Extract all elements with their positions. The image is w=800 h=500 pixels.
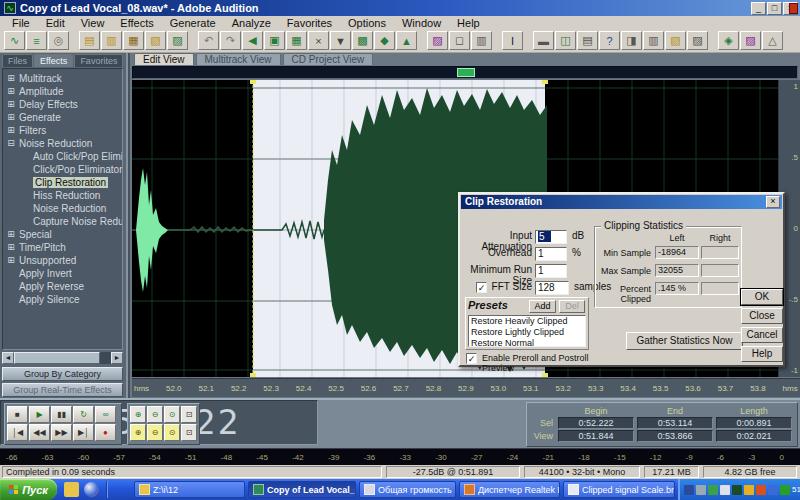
open-file-icon[interactable]: ▥ — [101, 31, 122, 50]
frequency-icon[interactable]: ▤ — [577, 31, 598, 50]
tray-icon[interactable] — [756, 485, 766, 495]
tree-item[interactable]: ⊞ Special — [3, 228, 122, 241]
repeat-icon[interactable]: ◀ — [242, 31, 263, 50]
copy-icon[interactable]: ▣ — [264, 31, 285, 50]
select-icon[interactable]: ▥ — [471, 31, 492, 50]
scroll-left-icon[interactable]: ◄ — [2, 352, 14, 364]
multitrack-view-icon[interactable]: ≡ — [26, 31, 47, 50]
menu-item[interactable]: Analyze — [224, 17, 279, 29]
group-icon[interactable]: ◈ — [718, 31, 739, 50]
preroll-checkbox[interactable]: ✓ — [466, 353, 477, 364]
end-value[interactable]: 0:53.866 — [637, 430, 713, 442]
pause-button[interactable]: ▮▮ — [51, 406, 72, 423]
play-button[interactable]: ▶ — [29, 406, 50, 423]
mix-paste-icon[interactable]: ◆ — [374, 31, 395, 50]
tree-item[interactable]: ⊞ Unsupported — [3, 254, 122, 267]
tree-expand-icon[interactable]: ⊞ — [6, 254, 16, 267]
title-bar[interactable]: ∿ Copy of Lead Vocal_08.wav* - Adobe Aud… — [0, 0, 800, 16]
length-value[interactable]: 0:02.021 — [716, 430, 792, 442]
convert-icon[interactable]: ▲ — [396, 31, 417, 50]
view-tab[interactable]: CD Project View — [283, 53, 374, 65]
taskbar-task-button[interactable]: Общая громкость — [359, 481, 456, 498]
record-button[interactable]: ● — [95, 424, 116, 441]
tree-item[interactable]: Auto Click/Pop Eliminator — [3, 150, 122, 163]
go-to-end-button[interactable]: ▶│ — [73, 424, 94, 441]
stop-button[interactable]: ■ — [7, 406, 28, 423]
overview-scrollbar[interactable] — [132, 66, 798, 79]
tree-item[interactable]: ⊟ Noise Reduction — [3, 137, 122, 150]
fft-size-checkbox[interactable]: ✓ — [476, 282, 487, 293]
menu-item[interactable]: Options — [340, 17, 394, 29]
save-file-icon[interactable]: ▦ — [123, 31, 144, 50]
panel-tab[interactable]: Effects — [34, 54, 73, 67]
dialog-title-bar[interactable]: Clip Restoration — [461, 195, 782, 209]
play-list-icon[interactable]: ▨ — [687, 31, 708, 50]
menu-item[interactable]: File — [4, 17, 38, 29]
tree-item[interactable]: Noise Reduction — [3, 202, 122, 215]
menu-item[interactable]: View — [73, 17, 113, 29]
tray-icon[interactable] — [732, 485, 742, 495]
tree-expand-icon[interactable]: ⊞ — [6, 85, 16, 98]
taskbar-task-button[interactable]: Clipped signal Scale.bmp ... — [563, 481, 675, 498]
tree-item[interactable]: Clip Restoration — [3, 176, 122, 189]
tray-icon[interactable] — [744, 485, 754, 495]
scrollbar-thumb[interactable] — [14, 352, 100, 364]
minimize-button[interactable]: _ — [751, 2, 766, 15]
tree-expand-icon[interactable]: ⊟ — [6, 137, 16, 150]
zoom-in-button[interactable]: ⊕ — [130, 406, 146, 423]
clip-restoration-dialog[interactable]: Clip Restoration × Input Attenuation 5 d… — [458, 192, 785, 367]
trim-icon[interactable]: ▩ — [352, 31, 373, 50]
zoom-out-button[interactable]: ⊖ — [147, 406, 163, 423]
tray-icon[interactable] — [768, 485, 778, 495]
tree-item[interactable]: Capture Noise Reduction Prof — [3, 215, 122, 228]
tray-icon[interactable] — [696, 485, 706, 495]
stats-icon[interactable]: ◨ — [621, 31, 642, 50]
zoom-left-edge-button[interactable]: ⊙ — [164, 424, 180, 441]
new-file-icon[interactable]: ▤ — [79, 31, 100, 50]
view-tab[interactable]: Edit View — [134, 53, 194, 65]
quick-launch-player-icon[interactable] — [84, 482, 99, 497]
time-ruler[interactable]: hms52.052.152.252.352.452.552.652.752.85… — [132, 378, 800, 397]
menu-item[interactable]: Help — [449, 17, 488, 29]
begin-value[interactable]: 0:51.844 — [558, 430, 634, 442]
menu-item[interactable]: Window — [394, 17, 449, 29]
tray-icon[interactable] — [684, 485, 694, 495]
tree-item[interactable]: Hiss Reduction — [3, 189, 122, 202]
tree-expand-icon[interactable]: ⊞ — [6, 72, 16, 85]
taskbar-task-button[interactable]: Copy of Lead Vocal_0... — [248, 481, 356, 498]
waveform-icon[interactable]: ◫ — [555, 31, 576, 50]
cursor-tool-icon[interactable]: I — [502, 31, 523, 50]
scroll-right-icon[interactable]: ► — [111, 352, 123, 364]
tree-item[interactable]: Apply Invert — [3, 267, 122, 280]
overhead-field[interactable]: 1 — [535, 247, 567, 261]
clip-indicator[interactable] — [789, 3, 798, 14]
preset-item[interactable]: Restore Lightly Clipped — [469, 327, 585, 338]
input-attenuation-field[interactable]: 5 — [535, 230, 567, 244]
preset-item[interactable]: Restore Heavily Clipped — [469, 316, 585, 327]
undo-icon[interactable]: ↶ — [198, 31, 219, 50]
overview-position-handle[interactable] — [457, 68, 475, 77]
minimum-run-size-field[interactable]: 1 — [535, 264, 567, 278]
group-real-time-effects-button[interactable]: Group Real-Time Effects — [2, 383, 123, 397]
view-tab[interactable]: Multitrack View — [196, 53, 281, 65]
info-icon[interactable]: ▥ — [643, 31, 664, 50]
ok-button[interactable]: OK — [741, 289, 783, 305]
save-as-icon[interactable]: ▨ — [167, 31, 188, 50]
tree-expand-icon[interactable]: ⊞ — [6, 98, 16, 111]
cut-icon[interactable]: × — [308, 31, 329, 50]
tray-icon[interactable] — [720, 485, 730, 495]
crop-icon[interactable]: ▼ — [330, 31, 351, 50]
play-looped-button[interactable]: ↻ — [73, 406, 94, 423]
go-to-beginning-button[interactable]: │◀ — [7, 424, 28, 441]
gather-statistics-button[interactable]: Gather Statistics Now — [626, 332, 743, 350]
help-button[interactable]: Help — [741, 346, 783, 362]
redo-icon[interactable]: ↷ — [220, 31, 241, 50]
settings-icon[interactable]: △ — [762, 31, 783, 50]
menu-item[interactable]: Generate — [162, 17, 224, 29]
taskbar-task-button[interactable]: Диспетчер Realtek HD — [459, 481, 560, 498]
preferences-icon[interactable]: ▨ — [740, 31, 761, 50]
edit-view-icon[interactable]: ∿ — [4, 31, 25, 50]
tray-icon[interactable] — [708, 485, 718, 495]
quick-launch-folder-icon[interactable] — [64, 482, 79, 497]
scrub-icon[interactable]: ◻ — [449, 31, 470, 50]
